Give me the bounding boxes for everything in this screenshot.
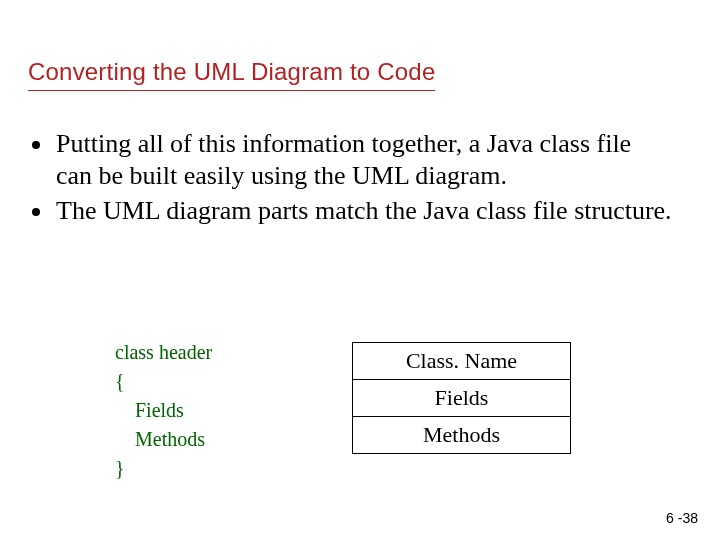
bullet-list: Putting all of this information together… bbox=[32, 128, 672, 231]
uml-fields-cell: Fields bbox=[353, 380, 571, 417]
code-line-close-brace: } bbox=[115, 454, 212, 483]
slide: Converting the UML Diagram to Code Putti… bbox=[0, 0, 720, 540]
code-line-open-brace: { bbox=[115, 367, 212, 396]
bullet-item: Putting all of this information together… bbox=[54, 128, 672, 191]
code-line-header: class header bbox=[115, 338, 212, 367]
uml-diagram: Class. Name Fields Methods bbox=[352, 342, 571, 454]
code-line-fields: Fields bbox=[135, 396, 212, 425]
code-line-methods: Methods bbox=[135, 425, 212, 454]
bullet-item: The UML diagram parts match the Java cla… bbox=[54, 195, 672, 227]
code-structure: class header { Fields Methods } bbox=[115, 338, 212, 483]
uml-methods-cell: Methods bbox=[353, 417, 571, 454]
slide-number: 6 -38 bbox=[666, 510, 698, 526]
slide-title: Converting the UML Diagram to Code bbox=[28, 58, 435, 91]
uml-classname-cell: Class. Name bbox=[353, 343, 571, 380]
